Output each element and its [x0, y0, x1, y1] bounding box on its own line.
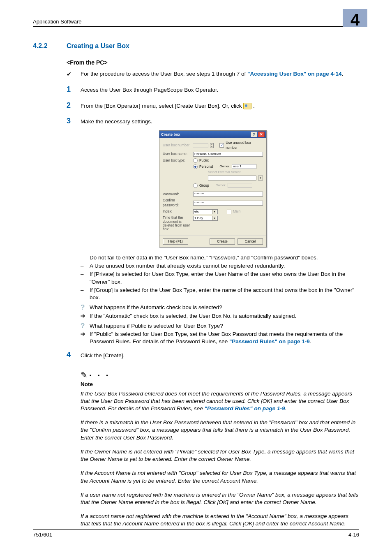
step2-text-a: From the [Box Operator] menu, select [Cr…	[81, 103, 243, 109]
note-paragraph: If the Account Name is not entered with …	[81, 469, 359, 484]
footer-right: 4-16	[348, 531, 359, 539]
close-icon[interactable]: ✕	[258, 132, 265, 137]
radio-public[interactable]	[193, 158, 198, 163]
step-text: From the [Box Operator] menu, select [Cr…	[81, 102, 359, 110]
password-input[interactable]: ••••••••	[193, 192, 263, 197]
dash-icon: –	[81, 262, 90, 270]
lbl-public: Public	[199, 158, 209, 163]
note-paragraph: If a account name not registered with th…	[81, 513, 359, 527]
arrow-icon: ➔	[81, 331, 90, 345]
subsection-title: <From the PC>	[67, 59, 359, 67]
step-number: 3	[67, 117, 81, 125]
chk-use-unused[interactable]: ✓	[219, 143, 224, 148]
create-box-dialog: Create box ? ✕ User box number: ▲▼ ✓ Use…	[159, 130, 267, 247]
section-title: Creating a User Box	[67, 42, 129, 51]
confirm-password-input[interactable]: ••••••••	[193, 201, 263, 206]
chapter-badge-num: 4	[350, 12, 360, 27]
intro-text: For the procedure to access the User Box…	[81, 70, 359, 78]
lbl-group: Group	[199, 183, 209, 188]
dash-icon: –	[81, 271, 90, 285]
box-name-input[interactable]: Personal UserBox	[193, 152, 263, 157]
lbl-delete-time: Time that the document is deleted from u…	[163, 216, 191, 231]
group-owner-input[interactable]	[228, 183, 252, 188]
ext-server-input[interactable]	[208, 176, 256, 180]
step-text: Click the [Create].	[81, 351, 359, 359]
owner-input[interactable]: user1	[232, 164, 256, 169]
lbl-owner-dim: Owner:	[216, 183, 226, 188]
lbl-personal: Personal	[199, 164, 213, 169]
note-dots: . . .	[89, 367, 110, 379]
step-text: Access the User Box through PageScope Bo…	[81, 86, 359, 94]
header-section: Application Software	[33, 18, 82, 25]
delete-time-value: 1 Day	[194, 216, 203, 221]
lbl-ext-server: Select External Server	[208, 170, 241, 175]
index-select-value: etc	[194, 210, 199, 214]
lbl-main: Main	[233, 209, 240, 214]
dash-icon: –	[81, 254, 90, 261]
lbl-box-type: User box type:	[163, 158, 191, 163]
note-title: Note	[81, 381, 359, 388]
delete-time-select[interactable]: 1 Day▼	[193, 216, 218, 221]
lbl-index: Index:	[163, 209, 191, 214]
question-text: What happens if the Automatic check box …	[90, 304, 359, 311]
note-paragraph: If the User Box Password entered does no…	[81, 390, 359, 413]
section-number: 4.2.2	[33, 42, 67, 51]
box-number-stepper[interactable]: ▲▼	[210, 143, 214, 148]
create-button[interactable]: Create	[210, 238, 235, 245]
answer-text: If the "Automatic" check box is selected…	[90, 312, 359, 320]
link-password-rules-note[interactable]: "Password Rules" on page 1-9	[205, 405, 285, 412]
chapter-badge: 4	[343, 9, 367, 27]
question-icon: ?	[81, 322, 90, 330]
step-number: 2	[67, 102, 81, 110]
note-paragraph: If the Owner Name is not entered with "P…	[81, 448, 359, 463]
intro-text-a: For the procedure to access the User Box…	[81, 71, 247, 77]
help-button[interactable]: Help (F1)	[163, 238, 188, 245]
bullet-text: Do not fail to enter data in the "User B…	[90, 254, 359, 261]
lbl-box-name: User box name:	[163, 152, 191, 156]
intro-text-b: .	[342, 71, 344, 77]
lbl-box-number: User box number:	[163, 143, 191, 148]
checkmark-icon: ✔	[67, 70, 81, 78]
bullet-text: A Use unused box number that already exi…	[90, 262, 359, 270]
link-password-rules[interactable]: "Password Rules" on page 1-9	[229, 338, 310, 345]
create-box-toolbar-icon	[243, 103, 251, 109]
dash-icon: –	[81, 287, 90, 301]
lbl-use-unused: Use unused box number	[226, 141, 263, 150]
step-text: Make the necessary settings.	[81, 117, 359, 125]
question-icon: ?	[81, 304, 90, 311]
footer-left: 751/601	[33, 531, 52, 539]
index-select[interactable]: etc▼	[193, 209, 218, 214]
box-number-input[interactable]	[193, 143, 208, 148]
answer-text: If "Public" is selected for User Box Typ…	[90, 331, 359, 345]
step-number: 1	[67, 86, 81, 94]
note-p1-b: .	[285, 405, 287, 412]
radio-personal[interactable]	[193, 164, 198, 169]
note-paragraph: If there is a mismatch in the User Box P…	[81, 419, 359, 442]
lbl-password: Password:	[163, 192, 191, 197]
lbl-confirm-password: Confirm password:	[163, 198, 191, 208]
question-text: What happens if Public is selected for U…	[90, 322, 359, 330]
dialog-title-text: Create box	[161, 132, 180, 137]
ext-server-dropdown[interactable]: ▼	[258, 176, 263, 180]
cancel-button[interactable]: Cancel	[238, 238, 263, 245]
arrow-icon: ➔	[81, 312, 90, 320]
link-accessing-user-box[interactable]: "Accessing User Box" on page 4-14	[247, 71, 342, 77]
note-paragraph: If a user name not registered with the m…	[81, 491, 359, 506]
step-number: 4	[67, 351, 81, 359]
dialog-titlebar: Create box ? ✕	[159, 131, 266, 138]
radio-group[interactable]	[193, 183, 198, 188]
note-icon: ✎ . . .	[81, 367, 359, 379]
bullet-text: If [Private] is selected for User Box Ty…	[90, 271, 359, 285]
lbl-owner: Owner:	[220, 164, 231, 169]
bullet-text: If [Group] is selected for the User Box …	[90, 287, 359, 301]
answer2-b: .	[310, 338, 311, 345]
step2-text-b: .	[253, 103, 255, 109]
chk-main[interactable]: ✓	[227, 210, 231, 214]
help-icon[interactable]: ?	[251, 132, 257, 137]
